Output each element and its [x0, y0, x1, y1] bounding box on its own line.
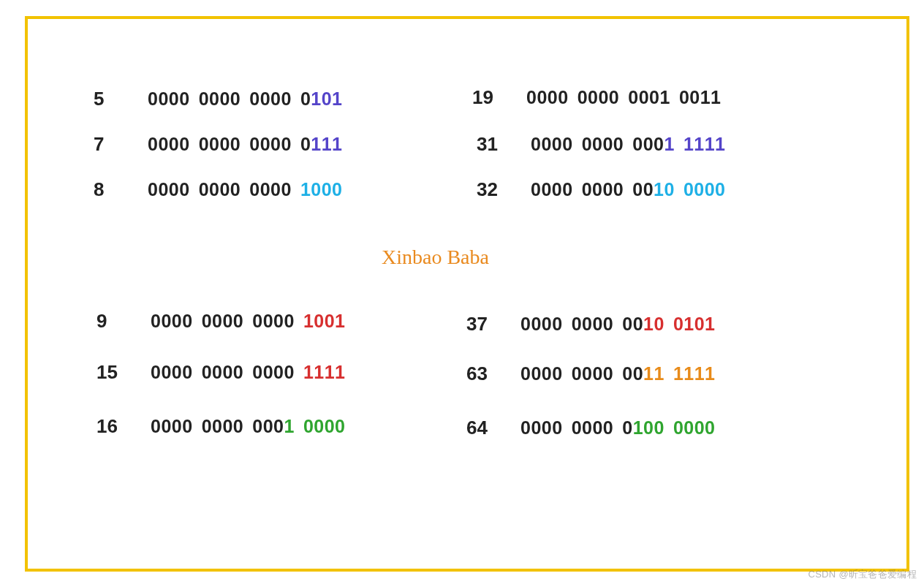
nibble-group: 0000 [572, 314, 614, 334]
bit-run: 0000 [199, 88, 241, 109]
bit-run: 1001 [303, 311, 346, 331]
bit-run: 0000 [526, 87, 569, 107]
nibble-group: 0000 [673, 417, 716, 438]
nibble-group: 0001 [252, 416, 295, 436]
nibble-group: 0010 [632, 179, 675, 200]
bit-run: 00 [632, 179, 654, 200]
bit-run: 0 [300, 88, 311, 109]
binary-row-37: 370000000000100101 [466, 313, 716, 335]
binary-row-32: 320000000000100000 [477, 178, 726, 201]
bit-run: 1 [664, 134, 674, 154]
bit-run: 1111 [673, 363, 716, 384]
nibble-group: 0000 [148, 88, 190, 109]
decimal-value: 8 [94, 178, 121, 201]
binary-value: 0000000000001001 [151, 311, 346, 332]
decimal-value: 37 [466, 313, 494, 335]
nibble-group: 0000 [520, 314, 563, 334]
bit-run: 0000 [151, 311, 193, 331]
nibble-group: 0011 [679, 87, 722, 107]
bit-run: 0000 [303, 416, 346, 436]
decimal-value: 5 [94, 88, 121, 110]
bit-run: 0000 [148, 88, 190, 109]
nibble-group: 0111 [300, 134, 343, 154]
bit-run: 101 [311, 88, 342, 109]
nibble-group: 0000 [148, 134, 190, 154]
decimal-value: 7 [94, 133, 121, 156]
bit-run: 0000 [202, 416, 244, 436]
bit-run: 0000 [578, 87, 620, 107]
watermark-text: CSDN @昕宝爸爸爱编程 [808, 568, 917, 581]
binary-row-64: 640000000001000000 [466, 417, 716, 439]
bit-run: 0000 [252, 362, 295, 382]
bit-run: 1111 [303, 362, 346, 382]
bit-run: 0000 [531, 179, 573, 200]
bit-run: 0000 [683, 179, 726, 200]
bit-run: 000 [252, 416, 284, 436]
binary-value: 0000000000011111 [531, 134, 726, 155]
nibble-group: 0101 [673, 314, 716, 334]
bit-run: 0000 [249, 179, 292, 200]
bit-run: 0000 [520, 417, 563, 438]
binary-value: 0000000000000111 [148, 134, 343, 155]
binary-row-15: 150000000000001111 [96, 361, 346, 384]
binary-row-5: 50000000000000101 [94, 88, 343, 110]
binary-row-31: 310000000000011111 [477, 133, 726, 156]
bit-run: 0000 [673, 417, 716, 438]
bit-run: 0000 [202, 311, 244, 331]
binary-row-19: 190000000000010011 [472, 86, 722, 109]
bit-run: 00 [622, 363, 643, 384]
nibble-group: 0000 [151, 416, 193, 436]
nibble-group: 1111 [683, 134, 726, 154]
bit-run: 0 [622, 417, 632, 438]
nibble-group: 0100 [622, 417, 664, 438]
nibble-group: 0000 [151, 311, 193, 331]
binary-row-16: 160000000000010000 [96, 415, 346, 438]
bit-run: 1000 [300, 179, 343, 200]
diagram-title: Xinbao Baba [382, 246, 489, 269]
bit-run: 100 [633, 417, 664, 438]
binary-value: 0000000001000000 [520, 417, 716, 439]
bit-run: 000 [632, 134, 664, 154]
bit-run: 0000 [151, 362, 193, 382]
nibble-group: 0000 [572, 417, 614, 438]
bit-run: 11 [643, 363, 664, 384]
bit-run: 0 [300, 134, 311, 154]
nibble-group: 0001 [632, 134, 675, 154]
decimal-value: 15 [96, 361, 124, 384]
nibble-group: 0000 [249, 88, 292, 109]
nibble-group: 0000 [199, 179, 241, 200]
nibble-group: 0000 [148, 179, 190, 200]
binary-value: 0000000000001111 [151, 362, 346, 383]
nibble-group: 1111 [303, 362, 346, 382]
bit-run: 0000 [148, 179, 190, 200]
nibble-group: 0000 [526, 87, 569, 107]
decimal-value: 63 [466, 363, 494, 385]
bit-run: 0000 [572, 417, 614, 438]
bit-run: 111 [311, 134, 342, 154]
bit-run: 1111 [683, 134, 726, 154]
binary-value: 0000000000000101 [148, 88, 343, 110]
nibble-group: 0000 [199, 134, 241, 154]
bit-run: 0000 [252, 311, 295, 331]
nibble-group: 0000 [572, 363, 614, 384]
nibble-group: 1000 [300, 179, 343, 200]
binary-row-7: 70000000000000111 [94, 133, 343, 156]
bit-run: 0000 [249, 134, 292, 154]
nibble-group: 0000 [151, 362, 193, 382]
bit-run: 0000 [199, 179, 241, 200]
bit-run: 0000 [572, 363, 614, 384]
nibble-group: 0000 [582, 179, 624, 200]
nibble-group: 0000 [252, 311, 295, 331]
nibble-group: 0000 [252, 362, 295, 382]
bit-run: 10 [643, 314, 664, 334]
nibble-group: 0000 [578, 87, 620, 107]
nibble-group: 0010 [622, 314, 664, 334]
nibble-group: 0000 [202, 362, 244, 382]
binary-value: 0000000000111111 [520, 363, 716, 384]
bit-run: 0101 [673, 314, 716, 334]
bit-run: 0000 [148, 134, 190, 154]
nibble-group: 0001 [628, 87, 670, 107]
decimal-value: 31 [477, 133, 504, 156]
bit-run: 0000 [249, 88, 292, 109]
decimal-value: 16 [96, 415, 124, 438]
